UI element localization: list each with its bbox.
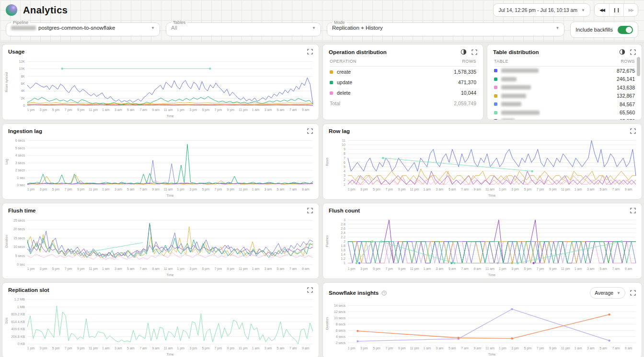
mode-select[interactable]: Mode Replication + History ▼ xyxy=(327,20,564,36)
ingestion-lag-chart: 0 sec1 sec2 secs3 secs4 secs5 secs6 secs… xyxy=(3,135,317,200)
svg-text:7 pm: 7 pm xyxy=(386,267,393,271)
table-row[interactable]: create1,578,335 xyxy=(330,67,476,77)
svg-text:5 pm: 5 pm xyxy=(52,108,60,112)
card-title: Usage xyxy=(8,49,25,55)
svg-text:9 pm: 9 pm xyxy=(549,188,557,191)
expand-icon[interactable] xyxy=(472,49,477,55)
svg-text:3 pm: 3 pm xyxy=(511,267,519,271)
svg-text:5 pm: 5 pm xyxy=(52,188,60,191)
svg-text:3 pm: 3 pm xyxy=(189,108,197,112)
expand-icon[interactable] xyxy=(630,290,636,296)
pipeline-select[interactable]: Pipeline postgres-common-to-snowflake ▼ xyxy=(6,20,160,36)
expand-icon[interactable] xyxy=(630,208,636,213)
include-backfills-toggle[interactable] xyxy=(618,26,633,34)
svg-text:1 am: 1 am xyxy=(102,346,110,350)
svg-text:3 pm: 3 pm xyxy=(189,267,197,271)
svg-text:3 am: 3 am xyxy=(264,188,272,191)
svg-text:5 am: 5 am xyxy=(277,267,285,270)
scrollbar xyxy=(637,57,640,117)
svg-text:Time: Time xyxy=(166,353,173,356)
svg-text:1.6: 1.6 xyxy=(341,248,345,252)
svg-text:1 am: 1 am xyxy=(102,188,110,191)
svg-text:1 am: 1 am xyxy=(423,267,431,270)
svg-text:Time: Time xyxy=(488,194,495,197)
tables-select[interactable]: Tables All ▼ xyxy=(166,20,321,36)
redacted-table-name xyxy=(501,119,515,120)
table-row[interactable]: 132,867 xyxy=(494,92,635,100)
svg-text:10 secs: 10 secs xyxy=(13,245,25,248)
date-range-picker[interactable]: Jul 14, 12:26 pm - Jul 16, 10:13 am ▼ xyxy=(493,3,590,17)
row-lag-card: Row lag 12345678910111 pm3 pm5 pm7 pm9 p… xyxy=(322,123,642,200)
chevron-down-icon: ▼ xyxy=(151,26,155,30)
svg-text:3 pm: 3 pm xyxy=(360,188,368,191)
series-color-marker xyxy=(494,78,497,81)
svg-text:3 am: 3 am xyxy=(587,267,595,270)
table-row[interactable]: 143,638 xyxy=(494,83,635,92)
column-header-table: TABLE xyxy=(494,59,508,64)
expand-icon[interactable] xyxy=(307,49,313,55)
table-row[interactable]: 65,560 xyxy=(494,109,635,117)
redacted-table-name xyxy=(501,85,531,89)
expand-icon[interactable] xyxy=(307,287,313,293)
svg-text:1.8: 1.8 xyxy=(341,244,345,247)
svg-text:5 pm: 5 pm xyxy=(202,108,209,112)
expand-icon[interactable] xyxy=(307,208,313,213)
card-title: Flush count xyxy=(329,208,360,213)
svg-text:2.2: 2.2 xyxy=(341,235,345,239)
aggregation-value: Average xyxy=(595,290,613,296)
expand-icon[interactable] xyxy=(307,128,313,134)
aggregation-select[interactable]: Average ▼ xyxy=(590,287,625,299)
include-backfills-control: Include backfills xyxy=(570,22,638,38)
table-row[interactable]: 65,073 xyxy=(494,117,635,120)
series-color-marker xyxy=(330,91,333,95)
flush-time-chart: 0 sec5 secs10 secs15 secs20 secs25 secs1… xyxy=(3,214,317,279)
svg-text:5 am: 5 am xyxy=(127,108,135,112)
svg-text:5 pm: 5 pm xyxy=(52,346,60,350)
svg-text:1: 1 xyxy=(344,183,345,186)
pie-chart-toggle-icon[interactable] xyxy=(619,49,625,55)
pie-chart-toggle-icon[interactable] xyxy=(460,49,467,55)
redacted-table-name xyxy=(501,94,526,98)
help-icon[interactable]: ? xyxy=(381,290,387,296)
usage-chart: 02K4K6K8K10K12K1 pm3 pm5 pm7 pm9 pm11 pm… xyxy=(3,56,317,120)
svg-text:Flushes: Flushes xyxy=(325,235,329,247)
svg-text:3 am: 3 am xyxy=(115,346,122,350)
row-value: 246,141 xyxy=(617,76,635,82)
row-label: delete xyxy=(337,90,351,96)
svg-text:819.2 KB: 819.2 KB xyxy=(11,312,25,316)
svg-text:9 pm: 9 pm xyxy=(398,267,406,271)
svg-text:11 pm: 11 pm xyxy=(561,188,570,191)
table-row[interactable]: 84,567 xyxy=(494,100,635,109)
table-row[interactable]: 246,141 xyxy=(494,75,635,84)
scrollbar-thumb[interactable] xyxy=(637,57,640,76)
svg-text:3 am: 3 am xyxy=(115,188,122,191)
svg-text:20 secs: 20 secs xyxy=(13,227,25,231)
svg-text:5 pm: 5 pm xyxy=(373,267,380,271)
operation-table: OPERATION ROWS create1,578,335update471,… xyxy=(323,55,483,120)
svg-text:Duration: Duration xyxy=(5,235,8,248)
svg-text:1 am: 1 am xyxy=(252,267,260,270)
svg-text:11 am: 11 am xyxy=(485,188,494,191)
pause-button[interactable]: ❙❙ xyxy=(609,4,623,16)
svg-text:3 am: 3 am xyxy=(264,108,272,112)
row-value: 143,638 xyxy=(617,85,635,90)
svg-text:Time: Time xyxy=(166,194,173,197)
expand-icon[interactable] xyxy=(630,128,636,134)
expand-icon[interactable] xyxy=(630,49,636,55)
pipeline-label: Pipeline xyxy=(11,20,30,25)
table-row[interactable]: 872,675 xyxy=(494,67,635,75)
svg-text:9 pm: 9 pm xyxy=(549,267,557,271)
fast-forward-button[interactable]: ▶▶ xyxy=(623,4,638,16)
svg-text:11: 11 xyxy=(342,139,345,142)
svg-text:4 secs: 4 secs xyxy=(15,154,25,157)
app-logo xyxy=(6,4,17,16)
rewind-button[interactable]: ◀◀ xyxy=(595,4,609,16)
table-row[interactable]: delete10,044 xyxy=(330,88,476,98)
svg-text:5 am: 5 am xyxy=(599,188,607,191)
svg-text:3 pm: 3 pm xyxy=(360,267,368,271)
svg-text:5 am: 5 am xyxy=(448,346,456,350)
svg-text:0 sec: 0 sec xyxy=(17,183,25,187)
svg-text:8 secs: 8 secs xyxy=(336,323,346,326)
table-row[interactable]: update471,370 xyxy=(330,77,476,88)
svg-text:5 pm: 5 pm xyxy=(52,267,60,271)
